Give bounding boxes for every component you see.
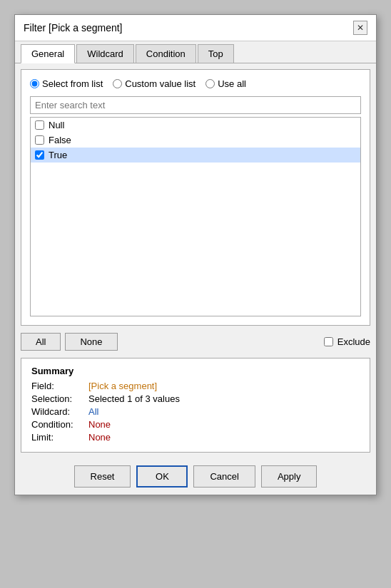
footer: Reset OK Cancel Apply <box>15 458 376 495</box>
filter-dialog: Filter [Pick a segment] ✕ General Wildca… <box>14 14 377 495</box>
exclude-checkbox[interactable] <box>324 337 333 346</box>
summary-selection-row: Selection: Selected 1 of 3 values <box>31 393 360 404</box>
close-button[interactable]: ✕ <box>353 21 367 35</box>
radio-select-from-list[interactable]: Select from list <box>30 78 103 89</box>
tab-general[interactable]: General <box>21 44 75 63</box>
dialog-title: Filter [Pick a segment] <box>24 22 123 33</box>
summary-limit-value: None <box>88 432 111 443</box>
radio-group: Select from list Custom value list Use a… <box>30 78 361 89</box>
list-item-false-label: False <box>49 135 71 145</box>
search-input[interactable] <box>30 96 361 114</box>
summary-field-value: [Pick a segment] <box>88 381 157 391</box>
none-button[interactable]: None <box>65 333 117 351</box>
summary-field-label: Field: <box>31 381 83 391</box>
radio-select-from-list-label: Select from list <box>42 78 103 89</box>
ok-button[interactable]: OK <box>136 465 188 488</box>
tab-top[interactable]: Top <box>198 44 234 63</box>
tab-condition[interactable]: Condition <box>136 44 196 63</box>
summary-condition-row: Condition: None <box>31 419 360 430</box>
all-button[interactable]: All <box>21 333 61 351</box>
tab-bar: General Wildcard Condition Top <box>15 41 376 63</box>
summary-limit-row: Limit: None <box>31 432 360 443</box>
list-item-false[interactable]: False <box>31 133 360 148</box>
summary-limit-label: Limit: <box>31 432 83 443</box>
radio-use-all[interactable]: Use all <box>205 78 246 89</box>
apply-button[interactable]: Apply <box>261 465 318 488</box>
exclude-label: Exclude <box>337 336 370 347</box>
title-bar: Filter [Pick a segment] ✕ <box>15 15 376 41</box>
summary-wildcard-row: Wildcard: All <box>31 406 360 417</box>
summary-selection-value: Selected 1 of 3 values <box>88 393 180 404</box>
summary-condition-label: Condition: <box>31 419 83 430</box>
radio-use-all-label: Use all <box>218 78 246 89</box>
summary-selection-label: Selection: <box>31 393 83 404</box>
exclude-group: Exclude <box>324 336 370 347</box>
list-item-null-label: Null <box>49 120 64 130</box>
value-list: Null False True <box>30 117 361 316</box>
summary-wildcard-value: All <box>88 406 98 417</box>
main-content: Select from list Custom value list Use a… <box>21 69 370 326</box>
list-item-null[interactable]: Null <box>31 118 360 133</box>
checkbox-false[interactable] <box>35 135 44 145</box>
list-action-row: All None Exclude <box>21 333 370 351</box>
tab-wildcard[interactable]: Wildcard <box>76 44 134 63</box>
radio-custom-value-list[interactable]: Custom value list <box>113 78 196 89</box>
summary-condition-value: None <box>88 419 111 430</box>
list-item-true[interactable]: True <box>31 148 360 163</box>
cancel-button[interactable]: Cancel <box>193 465 255 488</box>
summary-field-row: Field: [Pick a segment] <box>31 381 360 391</box>
reset-button[interactable]: Reset <box>74 465 131 488</box>
summary-wildcard-label: Wildcard: <box>31 406 83 417</box>
list-item-true-label: True <box>49 150 67 160</box>
summary-box: Summary Field: [Pick a segment] Selectio… <box>21 358 370 453</box>
summary-title: Summary <box>31 366 360 376</box>
checkbox-null[interactable] <box>35 120 44 130</box>
radio-custom-value-list-label: Custom value list <box>125 78 196 89</box>
checkbox-true[interactable] <box>35 150 44 160</box>
